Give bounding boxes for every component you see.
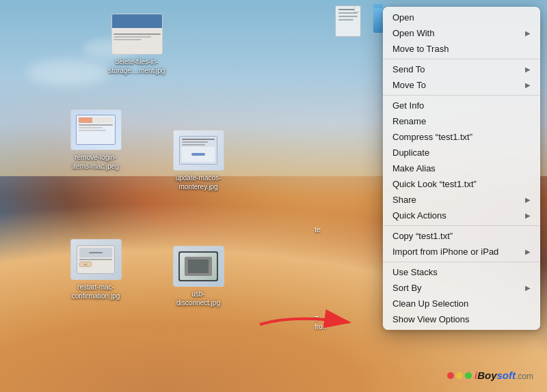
- menu-item-quick-actions[interactable]: Quick Actions: [383, 208, 540, 223]
- watermark-iboysoft-boy: Boy: [477, 369, 496, 381]
- top-doc-icon: [335, 5, 365, 40]
- desktop-icon-4[interactable]: OK restart-mac-confirmation.jpg: [62, 239, 130, 300]
- watermark-dots: [447, 372, 472, 379]
- menu-item-move-to[interactable]: Move To: [383, 77, 540, 93]
- icon-label-3: update-macos-monterey.jpg: [176, 173, 222, 191]
- menu-item-show-view-options[interactable]: Show View Options: [383, 311, 540, 327]
- desktop-icon-1[interactable]: delete-files-in- storage....ment.jpg: [103, 14, 171, 75]
- watermark-domain: .com: [516, 372, 533, 381]
- icon-label-2: remove-login-items-mac.jpeg: [72, 153, 119, 171]
- menu-item-open[interactable]: Open: [383, 10, 540, 25]
- separator-1: [383, 59, 540, 59]
- wm-dot-green: [465, 372, 472, 379]
- watermark-iboysoft-soft: soft: [496, 369, 516, 381]
- menu-item-import-iphone[interactable]: Import from iPhone or iPad: [383, 244, 540, 260]
- separator-2: [383, 95, 540, 96]
- menu-item-copy[interactable]: Copy “test1.txt”: [383, 228, 540, 244]
- icon-label-1: delete-files-in- storage....ment.jpg: [106, 57, 168, 75]
- menu-item-send-to[interactable]: Send To: [383, 61, 540, 77]
- separator-4: [383, 262, 540, 262]
- menu-item-open-with[interactable]: Open With: [383, 25, 540, 41]
- watermark-text: iBoysoft.com: [475, 369, 533, 381]
- desktop-icon-3[interactable]: update-macos-monterey.jpg: [164, 130, 232, 191]
- watermark: iBoysoft.com: [447, 369, 533, 381]
- partial-filename: te: [315, 225, 321, 234]
- menu-item-duplicate[interactable]: Duplicate: [383, 145, 540, 160]
- desktop-icon-2[interactable]: remove-login-items-mac.jpeg: [62, 109, 130, 171]
- menu-item-get-info[interactable]: Get Info: [383, 98, 540, 113]
- separator-3: [383, 225, 540, 226]
- menu-item-clean-up-selection[interactable]: Clean Up Selection: [383, 296, 540, 311]
- menu-item-rename[interactable]: Rename: [383, 113, 540, 129]
- menu-item-move-to-trash[interactable]: Move to Trash: [383, 41, 540, 57]
- menu-item-share[interactable]: Share: [383, 192, 540, 208]
- partial-text-from: Tfron: [315, 316, 326, 331]
- desktop-icon-5[interactable]: usb-disconnect.jpg: [164, 246, 232, 307]
- wm-dot-red: [447, 372, 454, 379]
- menu-item-sort-by[interactable]: Sort By: [383, 280, 540, 296]
- menu-item-use-stacks[interactable]: Use Stacks: [383, 264, 540, 280]
- context-menu: Open Open With Move to Trash Send To Mov…: [383, 7, 540, 330]
- icon-label-4: restart-mac-confirmation.jpg: [72, 283, 120, 300]
- menu-item-compress[interactable]: Compress “test1.txt”: [383, 129, 540, 145]
- menu-item-quick-look[interactable]: Quick Look “test1.txt”: [383, 176, 540, 192]
- menu-item-make-alias[interactable]: Make Alias: [383, 160, 540, 176]
- wm-dot-yellow: [456, 372, 463, 379]
- desktop-background: delete-files-in- storage....ment.jpg rem…: [0, 0, 547, 392]
- icon-label-5: usb-disconnect.jpg: [176, 290, 220, 307]
